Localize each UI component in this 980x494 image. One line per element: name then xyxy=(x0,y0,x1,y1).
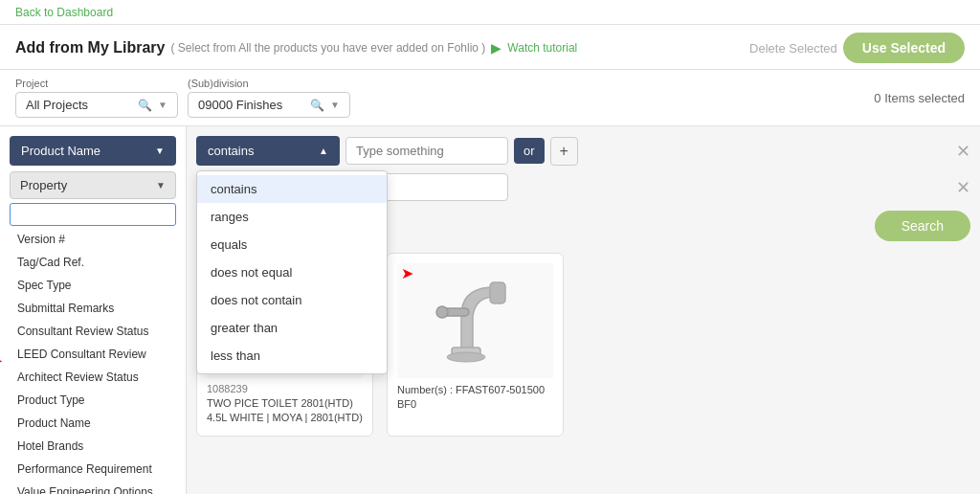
filter-value-input[interactable] xyxy=(345,137,508,165)
svg-point-8 xyxy=(436,306,448,318)
list-item[interactable]: Version # xyxy=(10,228,176,251)
property-dropdown-container: Property ▼ ➤ Version # Tag/Cad Ref. Spec… xyxy=(10,171,176,494)
close-filter-2-button[interactable]: ✕ xyxy=(956,177,970,198)
project-filter: Project All Projects 🔍 ▼ xyxy=(15,78,178,118)
watch-icon: ▶ xyxy=(491,40,501,56)
faucet-svg xyxy=(433,268,519,373)
product-name-dropdown-button[interactable]: Product Name ▼ xyxy=(10,136,176,166)
search-icon[interactable]: 🔍 xyxy=(138,99,152,112)
property-search-input[interactable] xyxy=(10,203,176,226)
page-subtitle: ( Select from All the products you have … xyxy=(170,41,485,55)
project-label: Project xyxy=(15,78,178,89)
back-to-dashboard-link[interactable]: Back to Dashboard xyxy=(15,6,113,19)
product-name-2: Number(s) : FFAST607-501500 BF0 xyxy=(397,383,553,413)
subdivision-filter: (Sub)division 09000 Finishes 🔍 ▼ xyxy=(188,78,350,118)
close-filter-1-button[interactable]: ✕ xyxy=(956,141,970,162)
property-label: Property xyxy=(20,178,67,192)
list-item[interactable]: Performance Requirement xyxy=(10,458,176,481)
red-arrow-right: ➤ xyxy=(401,263,413,281)
main-area: Product Name ▼ Property ▼ ➤ Version # Ta… xyxy=(0,126,980,494)
operator-dropdown: contains ranges equals does not equal ➤ … xyxy=(196,170,388,374)
use-selected-button[interactable]: Use Selected xyxy=(843,33,965,63)
property-dropdown[interactable]: Property ▼ xyxy=(10,171,176,199)
add-filter-button[interactable]: + xyxy=(550,137,578,166)
items-selected-count: 0 Items selected xyxy=(874,91,965,105)
property-list: Version # Tag/Cad Ref. Spec Type Submitt… xyxy=(10,228,176,494)
svg-rect-6 xyxy=(490,282,505,303)
list-item[interactable]: Product Type xyxy=(10,389,176,412)
operator-does-not-contain[interactable]: does not contain xyxy=(197,286,387,314)
project-select[interactable]: All Projects 🔍 ▼ xyxy=(15,92,178,118)
list-item[interactable]: Consultant Review Status xyxy=(10,320,176,343)
delete-selected-button[interactable]: Delete Selected xyxy=(749,41,837,56)
product-name-label: Product Name xyxy=(21,144,100,158)
list-item[interactable]: LEED Consultant Review xyxy=(10,343,176,366)
list-item[interactable]: Architect Review Status xyxy=(10,366,176,389)
subdivision-select[interactable]: 09000 Finishes 🔍 ▼ xyxy=(188,92,350,118)
chevron-down-icon-2: ▼ xyxy=(330,100,340,110)
list-item[interactable]: Product Name xyxy=(10,412,176,435)
product-name-1: TWO PICE TOILET 2801(HTD) 4.5L WHITE | M… xyxy=(207,396,363,426)
center-panel: contains ▲ contains ranges equals does n… xyxy=(187,126,980,494)
product-id-1: 1088239 xyxy=(207,383,363,394)
subdivision-value: 09000 Finishes xyxy=(198,98,282,112)
chevron-down-icon: ▼ xyxy=(158,100,167,110)
watch-tutorial-link[interactable]: Watch tutorial xyxy=(507,41,577,55)
filter-bar: Project All Projects 🔍 ▼ (Sub)division 0… xyxy=(0,70,980,126)
operator-greater-than[interactable]: greater than xyxy=(197,314,387,342)
red-arrow-left: ➤ xyxy=(0,350,3,371)
list-item[interactable]: Value Engineering Options xyxy=(10,481,176,494)
or-button[interactable]: or xyxy=(514,138,545,164)
operator-less-than[interactable]: less than xyxy=(197,342,387,370)
contains-button[interactable]: contains ▲ xyxy=(196,136,340,166)
filter-row-1: contains ▲ contains ranges equals does n… xyxy=(196,136,970,166)
project-value: All Projects xyxy=(26,98,88,112)
operator-contains[interactable]: contains xyxy=(197,175,387,203)
list-item[interactable]: Spec Type xyxy=(10,274,176,297)
operator-equals[interactable]: equals xyxy=(197,231,387,258)
chevron-down-icon-3: ▼ xyxy=(155,146,165,156)
list-item[interactable]: Tag/Cad Ref. xyxy=(10,251,176,274)
header-row: Add from My Library ( Select from All th… xyxy=(0,25,980,70)
search-icon-2[interactable]: 🔍 xyxy=(310,99,324,112)
subdivision-label: (Sub)division xyxy=(188,78,350,89)
faucet-image xyxy=(397,263,553,378)
svg-point-10 xyxy=(447,352,485,362)
contains-wrapper: contains ▲ contains ranges equals does n… xyxy=(196,136,340,166)
left-panel: Product Name ▼ Property ▼ ➤ Version # Ta… xyxy=(0,126,187,494)
top-bar: Back to Dashboard xyxy=(0,0,980,25)
list-item[interactable]: Hotel Brands xyxy=(10,435,176,458)
page-title: Add from My Library xyxy=(15,39,165,56)
contains-label: contains xyxy=(208,144,254,158)
operator-does-not-equal[interactable]: does not equal ➤ xyxy=(197,258,387,286)
chevron-up-icon: ▲ xyxy=(319,146,328,156)
operator-list: contains ranges equals does not equal ➤ … xyxy=(197,171,387,373)
search-button[interactable]: Search xyxy=(875,211,970,241)
list-item[interactable]: Submittal Remarks xyxy=(10,297,176,320)
operator-ranges[interactable]: ranges xyxy=(197,203,387,231)
chevron-down-icon-4: ▼ xyxy=(156,180,166,191)
